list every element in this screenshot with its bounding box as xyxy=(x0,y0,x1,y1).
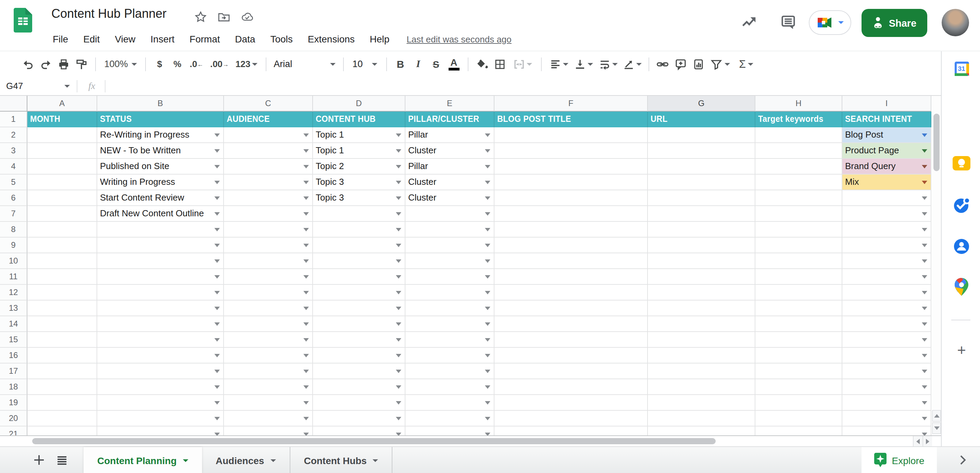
italic-button[interactable]: I xyxy=(409,54,427,74)
cell-dropdown-arrow-icon[interactable] xyxy=(303,212,309,216)
text-color-button[interactable]: A xyxy=(445,54,463,74)
row-header-14[interactable]: 14 xyxy=(0,316,27,332)
cell-dropdown-arrow-icon[interactable] xyxy=(922,291,927,294)
cell-dropdown-arrow-icon[interactable] xyxy=(396,322,401,326)
select-all-corner[interactable] xyxy=(0,96,27,111)
cell-B18[interactable] xyxy=(97,379,224,395)
explore-button[interactable]: Explore xyxy=(862,447,937,473)
show-side-panel-chevron[interactable] xyxy=(956,451,970,469)
menu-data[interactable]: Data xyxy=(228,33,262,44)
cell-dropdown-arrow-icon[interactable] xyxy=(214,197,220,200)
cell-A4[interactable] xyxy=(27,159,97,175)
row-header-18[interactable]: 18 xyxy=(0,379,27,395)
cell-D17[interactable] xyxy=(313,363,406,379)
cell-G11[interactable] xyxy=(648,269,756,285)
cell-dropdown-arrow-icon[interactable] xyxy=(214,165,220,168)
cell-dropdown-arrow-icon[interactable] xyxy=(922,417,927,420)
cell-dropdown-arrow-icon[interactable] xyxy=(396,244,401,247)
horizontal-scrollbar-thumb[interactable] xyxy=(32,438,716,444)
cell-C6[interactable] xyxy=(224,190,313,206)
cell-dropdown-arrow-icon[interactable] xyxy=(396,212,401,216)
row-header-20[interactable]: 20 xyxy=(0,411,27,427)
cell-F14[interactable] xyxy=(495,316,648,332)
cell-G10[interactable] xyxy=(648,253,756,269)
cell-D9[interactable] xyxy=(313,238,406,253)
cell-dropdown-arrow-icon[interactable] xyxy=(214,275,220,279)
cell-E11[interactable] xyxy=(406,269,495,285)
cell-B5[interactable]: Writing in Progress xyxy=(97,175,224,190)
cell-dropdown-arrow-icon[interactable] xyxy=(214,133,220,137)
cell-A15[interactable] xyxy=(27,332,97,348)
cell-G2[interactable] xyxy=(648,127,756,143)
cell-C9[interactable] xyxy=(224,238,313,253)
cell-H16[interactable] xyxy=(756,348,842,363)
cell-dropdown-arrow-icon[interactable] xyxy=(214,212,220,216)
cell-H13[interactable] xyxy=(756,300,842,316)
cell-F4[interactable] xyxy=(495,159,648,175)
cell-G21[interactable] xyxy=(648,427,756,435)
sheet-tab-audiences[interactable]: Audiences xyxy=(202,447,290,473)
cell-F15[interactable] xyxy=(495,332,648,348)
comments-icon[interactable] xyxy=(781,14,796,29)
cell-H15[interactable] xyxy=(756,332,842,348)
column-header-I[interactable]: I xyxy=(842,96,931,111)
column-header-F[interactable]: F xyxy=(495,96,648,111)
cell-A1[interactable]: MONTH xyxy=(27,111,97,127)
vertical-scrollbar[interactable] xyxy=(932,96,941,435)
cell-dropdown-arrow-icon[interactable] xyxy=(303,433,309,435)
activity-trend-icon[interactable] xyxy=(742,14,757,29)
cell-B19[interactable] xyxy=(97,395,224,411)
cell-E19[interactable] xyxy=(406,395,495,411)
cell-A2[interactable] xyxy=(27,127,97,143)
functions-button[interactable]: Σ xyxy=(733,54,759,74)
document-title[interactable]: Content Hub Planner xyxy=(51,7,166,21)
cell-B14[interactable] xyxy=(97,316,224,332)
last-edit-link[interactable]: Last edit was seconds ago xyxy=(406,34,511,44)
cell-dropdown-arrow-icon[interactable] xyxy=(303,386,309,389)
cell-dropdown-arrow-icon[interactable] xyxy=(214,433,220,435)
cell-D6[interactable]: Topic 3 xyxy=(313,190,406,206)
column-header-A[interactable]: A xyxy=(27,96,97,111)
cell-dropdown-arrow-icon[interactable] xyxy=(922,259,927,263)
cell-dropdown-arrow-icon[interactable] xyxy=(214,338,220,341)
star-icon[interactable] xyxy=(194,11,207,23)
cell-I5[interactable]: Mix xyxy=(842,175,931,190)
cell-dropdown-arrow-icon[interactable] xyxy=(303,259,309,263)
cell-dropdown-arrow-icon[interactable] xyxy=(922,165,927,168)
cell-G1[interactable]: URL xyxy=(648,111,756,127)
cell-F10[interactable] xyxy=(495,253,648,269)
cell-dropdown-arrow-icon[interactable] xyxy=(922,244,927,247)
cell-dropdown-arrow-icon[interactable] xyxy=(396,149,401,152)
row-header-11[interactable]: 11 xyxy=(0,269,27,285)
cell-A5[interactable] xyxy=(27,175,97,190)
scroll-up-button[interactable] xyxy=(932,410,941,422)
cell-C14[interactable] xyxy=(224,316,313,332)
cell-dropdown-arrow-icon[interactable] xyxy=(922,370,927,373)
cell-A18[interactable] xyxy=(27,379,97,395)
cell-C12[interactable] xyxy=(224,285,313,300)
cell-dropdown-arrow-icon[interactable] xyxy=(922,212,927,216)
cell-D11[interactable] xyxy=(313,269,406,285)
cell-H9[interactable] xyxy=(756,238,842,253)
cell-I12[interactable] xyxy=(842,285,931,300)
cell-E21[interactable] xyxy=(406,427,495,435)
cell-dropdown-arrow-icon[interactable] xyxy=(485,417,490,420)
borders-button[interactable] xyxy=(491,54,509,74)
vertical-align-button[interactable] xyxy=(571,54,595,74)
cell-dropdown-arrow-icon[interactable] xyxy=(303,149,309,152)
cell-B7[interactable]: Draft New Content Outline xyxy=(97,206,224,222)
cell-I4[interactable]: Brand Query xyxy=(842,159,931,175)
print-button[interactable] xyxy=(55,54,73,74)
cell-I18[interactable] xyxy=(842,379,931,395)
cell-E4[interactable]: Pillar xyxy=(406,159,495,175)
share-button[interactable]: Share xyxy=(862,9,927,37)
insert-comment-button[interactable] xyxy=(671,54,689,74)
cell-E2[interactable]: Pillar xyxy=(406,127,495,143)
font-size-select[interactable]: 10 xyxy=(348,54,381,74)
cell-I17[interactable] xyxy=(842,363,931,379)
cell-H8[interactable] xyxy=(756,222,842,238)
row-header-8[interactable]: 8 xyxy=(0,222,27,238)
create-filter-button[interactable] xyxy=(707,54,733,74)
cell-F18[interactable] xyxy=(495,379,648,395)
cell-C17[interactable] xyxy=(224,363,313,379)
